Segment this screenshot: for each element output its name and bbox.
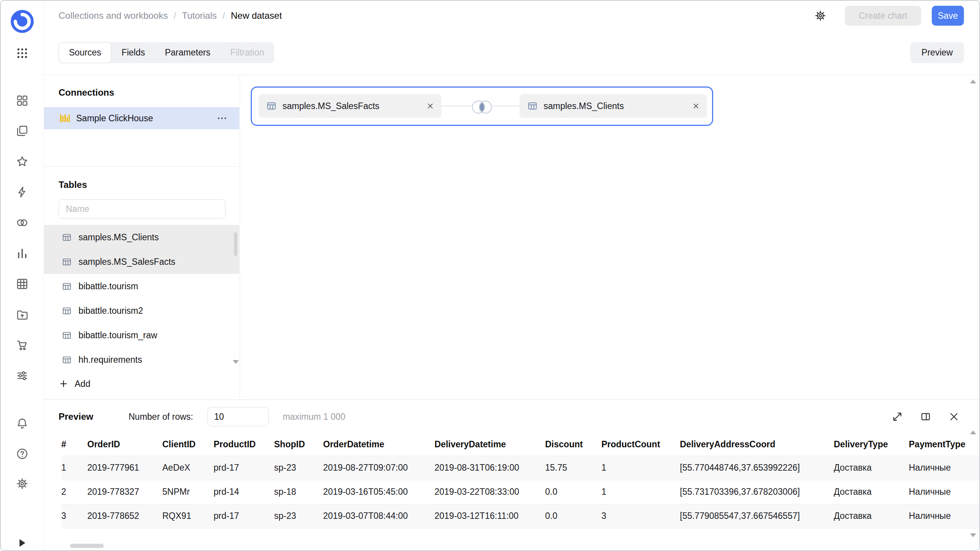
breadcrumb-separator: / bbox=[173, 10, 176, 21]
add-table-label: Add bbox=[75, 379, 90, 389]
canvas-scroll-up-icon[interactable] bbox=[970, 80, 976, 83]
cell: sp-18 bbox=[274, 480, 323, 504]
table-name: bibattle.tourism2 bbox=[78, 306, 143, 316]
favorites-star-icon[interactable] bbox=[14, 153, 31, 170]
preview-row: 1 2019-777961 AeDeX prd-17 sp-23 2019-08… bbox=[61, 456, 979, 480]
cell: 1 bbox=[601, 456, 680, 480]
tab-sources[interactable]: Sources bbox=[59, 42, 111, 63]
tables-list-scrollbar[interactable] bbox=[234, 232, 237, 256]
datasets-rings-icon[interactable] bbox=[14, 214, 31, 231]
save-button[interactable]: Save bbox=[932, 6, 964, 26]
table-search-input[interactable] bbox=[59, 199, 225, 218]
cell: Наличные bbox=[909, 504, 979, 528]
collections-icon[interactable] bbox=[14, 122, 31, 139]
rows-max-hint: maximum 1 000 bbox=[283, 412, 345, 422]
clickhouse-icon bbox=[59, 112, 70, 124]
column-header: ProductCount bbox=[601, 434, 680, 456]
join-type-venn-icon[interactable] bbox=[469, 98, 495, 117]
tab-filtration: Filtration bbox=[220, 42, 274, 63]
breadcrumb-separator: / bbox=[222, 10, 225, 21]
table-list-item[interactable]: bibattle.tourism2 bbox=[44, 298, 239, 323]
cell: 2019-03-07T08:44:00 bbox=[323, 504, 434, 528]
breadcrumb: Collections and workbooks / Tutorials / … bbox=[59, 10, 282, 21]
preview-header: Preview Number of rows: maximum 1 000 bbox=[44, 400, 979, 434]
breadcrumb-tutorials[interactable]: Tutorials bbox=[182, 10, 217, 21]
close-preview-icon[interactable] bbox=[946, 409, 962, 424]
column-header: ShopID bbox=[274, 434, 323, 456]
cell: 2019-777961 bbox=[87, 456, 162, 480]
table-name: samples.MS_Clients bbox=[78, 232, 159, 243]
cell: 2 bbox=[61, 480, 87, 504]
cell: Доставка bbox=[834, 504, 909, 528]
source-chip-label: samples.MS_Clients bbox=[544, 101, 624, 111]
cell: 2019-08-31T06:19:00 bbox=[434, 456, 545, 480]
datalens-logo[interactable] bbox=[10, 9, 34, 34]
table-name: bibattle.tourism bbox=[78, 281, 138, 292]
breadcrumb-collections[interactable]: Collections and workbooks bbox=[59, 10, 168, 21]
tabs-segmented-control: Sources Fields Parameters Filtration bbox=[59, 42, 274, 63]
connection-name: Sample ClickHouse bbox=[76, 113, 153, 124]
column-header: Discount bbox=[545, 434, 601, 456]
preview-scroll-down-icon[interactable] bbox=[970, 533, 976, 537]
marketplace-cart-icon[interactable] bbox=[14, 337, 31, 354]
tables-grid-icon[interactable] bbox=[14, 276, 31, 292]
preview-actions bbox=[890, 409, 962, 424]
notifications-bell-icon[interactable] bbox=[14, 415, 31, 432]
apps-grid-icon[interactable] bbox=[14, 45, 31, 62]
remove-source-icon[interactable] bbox=[683, 103, 699, 109]
preview-row: 2 2019-778327 5NPMr prd-14 sp-18 2019-03… bbox=[61, 480, 979, 504]
service-settings-sliders-icon[interactable] bbox=[14, 367, 31, 384]
tab-parameters[interactable]: Parameters bbox=[155, 42, 220, 63]
app-sidebar bbox=[1, 1, 44, 550]
table-name: bibattle.tourism_raw bbox=[78, 330, 157, 341]
expand-preview-icon[interactable] bbox=[890, 409, 905, 424]
source-chip-clients[interactable]: samples.MS_Clients bbox=[519, 94, 707, 118]
cell: sp-23 bbox=[274, 504, 323, 528]
column-header: DeliveryDatetime bbox=[434, 434, 545, 456]
cell: 2019-03-22T08:33:00 bbox=[434, 480, 545, 504]
cell: 2019-03-12T16:11:00 bbox=[434, 504, 545, 528]
preview-horizontal-scrollbar[interactable] bbox=[70, 544, 104, 548]
charts-icon[interactable] bbox=[14, 245, 31, 262]
table-icon bbox=[62, 232, 72, 243]
connection-more-icon[interactable] bbox=[215, 111, 229, 126]
breadcrumb-current-page: New dataset bbox=[231, 10, 282, 21]
table-icon bbox=[527, 101, 538, 111]
help-icon[interactable] bbox=[14, 445, 31, 462]
dataset-settings-gear-icon[interactable] bbox=[812, 7, 829, 24]
table-list-item[interactable]: samples.MS_Clients bbox=[44, 225, 239, 249]
table-icon bbox=[266, 101, 277, 111]
table-name: samples.MS_SalesFacts bbox=[78, 257, 175, 267]
editor-lightning-icon[interactable] bbox=[14, 184, 31, 201]
preview-title: Preview bbox=[59, 411, 93, 422]
cell: 2019-778652 bbox=[87, 504, 162, 528]
rows-count-input[interactable] bbox=[207, 407, 269, 426]
source-chip-label: samples.MS_SalesFacts bbox=[283, 101, 379, 111]
tab-fields[interactable]: Fields bbox=[111, 42, 155, 63]
preview-scroll-up-icon[interactable] bbox=[970, 430, 976, 434]
connections-title: Connections bbox=[59, 87, 114, 98]
settings-gear-icon[interactable] bbox=[14, 475, 31, 492]
table-icon bbox=[62, 355, 72, 365]
source-chip-salesfacts[interactable]: samples.MS_SalesFacts bbox=[258, 94, 441, 118]
dashboards-icon[interactable] bbox=[14, 92, 31, 109]
add-table-button[interactable]: Add bbox=[59, 374, 90, 393]
preview-toggle-button[interactable]: Preview bbox=[910, 42, 964, 63]
cell: prd-14 bbox=[214, 480, 274, 504]
table-list-item[interactable]: samples.MS_SalesFacts bbox=[44, 249, 239, 274]
app-window: Collections and workbooks / Tutorials / … bbox=[0, 0, 980, 551]
storage-upload-icon[interactable] bbox=[14, 306, 31, 323]
tables-list-scroll-down-icon[interactable] bbox=[233, 360, 239, 364]
table-list-item[interactable]: bibattle.tourism_raw bbox=[44, 323, 239, 347]
join-group: samples.MS_SalesFacts samples.MS_Clients bbox=[251, 86, 713, 126]
expand-sidebar-icon[interactable] bbox=[14, 535, 31, 551]
table-list-item[interactable]: bibattle.tourism bbox=[44, 274, 239, 298]
table-list-item[interactable]: hh.requirements bbox=[44, 347, 239, 372]
connection-item-sample-clickhouse[interactable]: Sample ClickHouse bbox=[44, 107, 239, 129]
rows-count-label: Number of rows: bbox=[129, 412, 193, 422]
cell: Наличные bbox=[909, 456, 979, 480]
cell: [55.779085547,37.667546557] bbox=[680, 504, 834, 528]
column-header: ProductID bbox=[214, 434, 274, 456]
remove-source-icon[interactable] bbox=[418, 103, 434, 109]
split-view-icon[interactable] bbox=[918, 409, 933, 424]
